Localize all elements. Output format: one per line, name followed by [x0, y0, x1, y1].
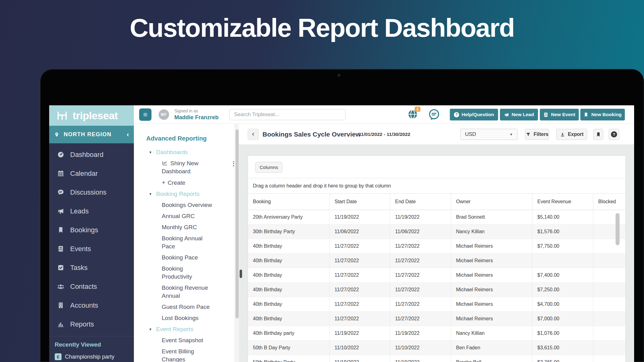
table-row[interactable]: 50th B Day Party11/10/202211/10/2022Ben …: [248, 341, 625, 355]
plus-icon: +: [162, 179, 165, 186]
report-help-button[interactable]: ?: [609, 129, 619, 140]
column-header-booking[interactable]: Booking: [248, 194, 330, 210]
tree-item-shiny-new-dashboard[interactable]: Shiny New Dashboard ⋮: [146, 159, 215, 175]
new-event-button[interactable]: New Event: [540, 109, 579, 120]
sidebar-nav: Dashboard Calendar Discussions Leads: [49, 143, 134, 334]
advanced-reporting-heading: Advanced Reporting: [146, 135, 230, 142]
report-date-range: 11/01/2022 - 11/30/2022: [359, 124, 410, 145]
tree-item-booking-revenue-annual[interactable]: Booking Revenue Annual: [146, 284, 215, 300]
panel-resize-handle[interactable]: [240, 270, 242, 278]
group-by-drop-zone[interactable]: Drag a column header and drop it here to…: [248, 178, 625, 194]
tree-section-booking-reports[interactable]: ▼Booking Reports: [146, 190, 215, 198]
column-header-owner[interactable]: Owner: [451, 194, 532, 210]
chat-button[interactable]: [428, 108, 440, 121]
megaphone-icon: [504, 112, 509, 117]
table-row[interactable]: 40th Birthday11/27/202211/27/2022Michael…: [248, 254, 625, 268]
report-tree-panel: Advanced Reporting ▼Dashboards Shiny New…: [134, 124, 239, 362]
search-input[interactable]: [229, 109, 346, 120]
tree-item-guest-room-pace[interactable]: Guest Room Pace: [146, 303, 215, 311]
table-row[interactable]: 40th Birthday party11/19/202211/19/2022N…: [248, 326, 625, 341]
menu-button[interactable]: ≡: [139, 108, 151, 121]
table-row[interactable]: 40th Birthday11/27/202211/27/2022Michael…: [248, 297, 625, 312]
table-row[interactable]: 40th Birthday11/27/202211/27/2022Michael…: [248, 283, 625, 297]
table-row[interactable]: 50th Birthday Party11/19/202211/19/2022B…: [248, 355, 625, 362]
save-report-button[interactable]: [593, 129, 603, 140]
region-label: NORTH REGION: [64, 131, 127, 138]
avatar[interactable]: MF: [159, 109, 169, 120]
sidebar-item-leads[interactable]: Leads: [49, 202, 134, 221]
tree-section-dashboards[interactable]: ▼Dashboards: [146, 148, 215, 156]
page-title: Customizable Report Dashboard: [0, 13, 644, 43]
sidebar-item-discussions[interactable]: Discussions: [49, 183, 134, 202]
export-button[interactable]: Export: [556, 129, 587, 140]
question-circle-icon: ?: [454, 112, 459, 117]
tree-item-bookings-overview[interactable]: Bookings Overview: [146, 201, 215, 209]
table-row[interactable]: 40th Birthday11/27/202211/27/2022Michael…: [248, 239, 625, 254]
sidebar-item-calendar[interactable]: Calendar: [49, 164, 134, 183]
table-scrollbar-thumb[interactable]: [616, 213, 620, 245]
tree-item-create-dashboard[interactable]: +Create: [146, 179, 215, 187]
people-icon: [57, 283, 64, 290]
sidebar-item-tasks[interactable]: Tasks: [49, 258, 134, 277]
sidebar-item-contacts[interactable]: Contacts: [49, 277, 134, 296]
recently-viewed-item[interactable]: E Championship party: [55, 353, 128, 360]
chat-bubble-icon: [428, 108, 440, 121]
column-header-start-date[interactable]: Start Date: [330, 194, 390, 210]
filters-button[interactable]: Filters: [525, 129, 549, 140]
tree-item-monthly-grc[interactable]: Monthly GRC: [146, 223, 215, 231]
sidebar-item-reports[interactable]: Reports: [49, 315, 134, 334]
tree-scrollbar-track: [235, 124, 239, 362]
chevron-left-icon: ‹: [252, 130, 254, 138]
help-question-button[interactable]: ? Help/Question: [450, 109, 498, 120]
report-panel: Columns Drag a column header and drop it…: [248, 155, 626, 362]
recently-viewed-section: Recently Viewed E Championship party: [49, 336, 134, 360]
collapse-sidebar-icon[interactable]: ‹: [127, 131, 129, 138]
table-body: 20th Anniversary Party11/19/202211/19/20…: [248, 210, 625, 362]
table-row[interactable]: 40th Birthday11/27/202211/27/2022Michael…: [248, 312, 625, 326]
drag-hint-text: Drag a column header and drop it here to…: [253, 183, 391, 189]
bookmark-icon: [57, 226, 64, 234]
notifications-globe-button[interactable]: 1: [407, 109, 419, 120]
table-row[interactable]: 20th Anniversary Party11/19/202211/19/20…: [248, 210, 625, 225]
event-type-badge: E: [55, 353, 62, 360]
tree-item-event-snapshot[interactable]: Event Snapshot: [146, 336, 215, 344]
currency-select[interactable]: USD ▼: [460, 129, 518, 140]
report-title: Bookings Sales Cycle Overview: [262, 124, 360, 145]
tripleseat-mark-icon: [55, 111, 70, 120]
tree-item-annual-grc[interactable]: Annual GRC: [146, 212, 215, 220]
back-button[interactable]: ‹: [248, 129, 259, 140]
sidebar-item-bookings[interactable]: Bookings: [49, 221, 134, 239]
tree-item-booking-annual-pace[interactable]: Booking Annual Pace: [146, 234, 215, 250]
signed-in-user[interactable]: Signed in as Maddie Franzreb: [174, 108, 219, 121]
table-row[interactable]: 30th Birthday Party11/06/202211/06/2022N…: [248, 225, 625, 239]
table-row[interactable]: 40th Birthday11/27/202211/27/2022Michael…: [248, 268, 625, 283]
tripleseat-logo[interactable]: tripleseat: [49, 105, 134, 126]
table-header-row: Booking Start Date End Date Owner Event …: [248, 194, 625, 210]
region-selector[interactable]: NORTH REGION ‹: [49, 126, 134, 143]
column-header-end-date[interactable]: End Date: [390, 194, 451, 210]
speech-bubble-icon: [57, 189, 64, 196]
new-booking-button[interactable]: New Booking: [580, 109, 625, 120]
tree-item-booking-productivity[interactable]: Booking Productivity: [146, 265, 215, 281]
columns-button[interactable]: Columns: [255, 162, 282, 173]
tree-section-event-reports[interactable]: ▼Event Reports: [146, 325, 215, 333]
new-lead-button[interactable]: New Lead: [500, 109, 538, 120]
logo-text: tripleseat: [73, 110, 118, 122]
megaphone-icon: [57, 208, 64, 215]
sidebar-item-dashboard[interactable]: Dashboard: [49, 145, 134, 164]
sidebar-item-accounts[interactable]: Accounts: [49, 296, 134, 315]
tree-scrollbar-thumb[interactable]: [236, 129, 239, 318]
tree-item-event-billing-changes[interactable]: Event Billing Changes: [146, 347, 215, 362]
tree-item-booking-pace[interactable]: Booking Pace: [146, 254, 215, 262]
column-header-blocked[interactable]: Blocked: [593, 194, 625, 210]
book-icon: [57, 245, 64, 252]
question-circle-icon: ?: [611, 131, 617, 137]
tree-item-lost-bookings[interactable]: Lost Bookings: [146, 314, 215, 322]
location-pin-icon: [54, 131, 59, 138]
download-icon: [560, 132, 565, 137]
user-name: Maddie Franzreb: [174, 114, 219, 121]
column-header-event-revenue[interactable]: Event Revenue: [532, 194, 593, 210]
checkbox-check-icon: [57, 264, 64, 271]
sidebar-item-events[interactable]: Events: [49, 239, 134, 258]
caret-down-icon: ▼: [149, 148, 153, 156]
